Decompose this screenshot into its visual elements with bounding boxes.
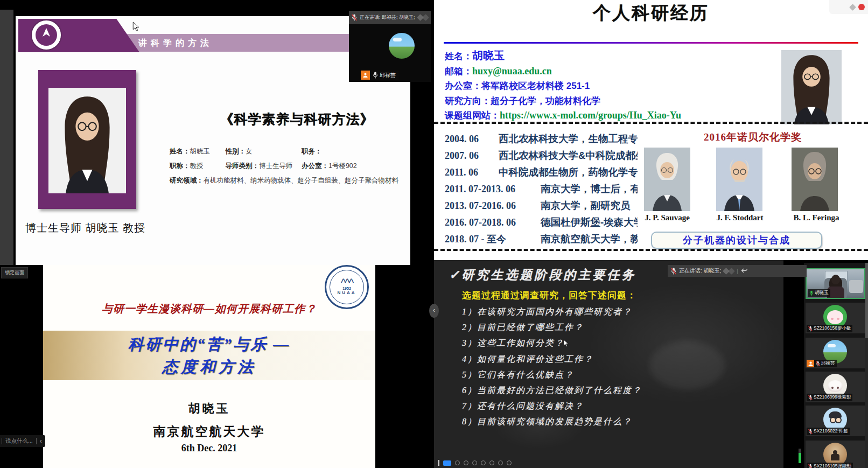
participant-tile-video[interactable]: 胡晓玉 xyxy=(806,268,865,299)
participant-name-label: SZ2106156廖小敏 xyxy=(807,325,852,332)
slide-title: 个人科研经历 xyxy=(434,1,868,25)
speaking-status-bar: 正在讲话: 胡晓玉; | xyxy=(668,265,807,277)
timeline-desc: 南京航空航天大学，教授 xyxy=(541,233,650,245)
floating-toolbar-fragment xyxy=(829,0,868,14)
participant-name-label: SX2106022 许超 xyxy=(807,428,850,435)
label-office: 办公室： xyxy=(302,162,328,170)
group-website-link[interactable]: https://www.x-mol.com/groups/Hu_Xiao-Yu xyxy=(500,110,681,121)
mic-active-icon xyxy=(809,290,814,296)
participant-tile[interactable]: 邱禄芸 xyxy=(806,338,865,368)
meeting-logo-icon xyxy=(849,4,856,11)
timeline-date: 2011. 07-2013. 06 xyxy=(445,181,541,198)
participants-sidebar: 胡晓玉 SZ2106156廖小敏 xyxy=(804,263,868,468)
participant-name-label: SX2106105张能勳 xyxy=(807,463,853,468)
timeline-desc: 西北农林科技大学，生物工程专业 xyxy=(499,133,648,144)
meeting-logo-icon xyxy=(422,14,429,21)
chat-bar-divider xyxy=(36,438,37,444)
participant-name-label: 邱禄芸 xyxy=(361,71,398,80)
value-research-field: 有机功能材料、纳米药物载体、超分子自组装、超分子聚合物材料 xyxy=(204,177,399,184)
timeline-desc: 南京大学，副研究员 xyxy=(541,200,631,211)
pagination-tick xyxy=(438,460,439,466)
sidebar-scrollbar[interactable] xyxy=(865,263,868,468)
participant-name: 胡晓玉 xyxy=(815,290,829,296)
label-supervisor-type: 导师类别： xyxy=(225,162,259,170)
pagination-dot-icon[interactable] xyxy=(507,460,512,465)
value-office: 1号楼902 xyxy=(328,162,357,170)
mic-muted-icon xyxy=(808,395,813,401)
mic-muted-icon xyxy=(816,361,820,367)
pagination-dot-icon[interactable] xyxy=(498,460,503,465)
quadrant-bottom-right: ✓研究生选题阶段的主要任务 选题过程通过调查研究，回答下述问题： 1）在该研究方… xyxy=(434,260,868,468)
nobel-photo-stoddart xyxy=(716,148,762,211)
timeline-desc: 德国杜伊斯堡-埃森大学 xyxy=(541,216,643,228)
timeline-date: 2013. 07-2016. 06 xyxy=(445,198,541,214)
professor-photo-frame xyxy=(38,70,136,209)
board-heading: ✓研究生选题阶段的主要任务 xyxy=(449,267,636,283)
pin-view-tooltip[interactable]: 锁定画面 xyxy=(1,267,28,278)
participant-tile[interactable]: SZ2106156廖小敏 xyxy=(806,303,865,333)
participant-video-tile[interactable]: 邱禄芸 xyxy=(349,24,431,82)
slide-pagination[interactable] xyxy=(438,460,512,466)
photo-caption: 博士生导师 胡晓玉 教授 xyxy=(25,221,145,235)
value-supervisor-type: 博士生导师 xyxy=(259,162,293,170)
chat-input-placeholder[interactable]: 说点什么... xyxy=(5,437,33,445)
pagination-dot-icon[interactable] xyxy=(472,460,477,465)
nobel-photo-feringa xyxy=(792,148,838,211)
return-arrow-icon[interactable] xyxy=(741,268,748,274)
timeline-date: 2004. 06 xyxy=(445,131,499,148)
board-subheading: 选题过程通过调查研究，回答下述问题： xyxy=(462,289,636,302)
field-name: 姓名：胡晓玉 xyxy=(445,48,681,64)
participant-name: SZ2106156廖小敏 xyxy=(814,325,851,332)
email-link[interactable]: huxy@nuaa.edu.cn xyxy=(472,66,552,76)
participant-tile[interactable]: SZ2106099徐紫彭 xyxy=(806,372,865,402)
dashed-divider xyxy=(434,249,868,251)
chat-collapse-chevron-icon[interactable]: ‹ xyxy=(40,437,42,445)
mic-muted-icon xyxy=(808,429,813,435)
pagination-dot-icon[interactable] xyxy=(481,460,486,465)
pagination-dot-icon[interactable] xyxy=(464,460,468,465)
volume-slider-fill xyxy=(799,453,801,463)
field-label: 邮箱： xyxy=(445,66,472,76)
participant-name-label: SZ2106099徐紫彭 xyxy=(807,394,852,401)
floating-video-overlay[interactable]: 正在讲话: 邱禄芸; 胡晓玉; 邱禄芸 xyxy=(349,11,431,82)
meeting-logo-icon xyxy=(728,268,735,275)
label-name: 姓名： xyxy=(170,148,190,155)
timeline-date: 2011. 06 xyxy=(445,164,499,181)
participant-tile[interactable]: SX2106105张能勳 xyxy=(806,441,865,468)
blackboard-slide: ✓研究生选题阶段的主要任务 选题过程通过调查研究，回答下述问题： 1）在该研究方… xyxy=(434,260,783,468)
field-website: 课题组网站：https://www.x-mol.com/groups/Hu_Xi… xyxy=(445,108,681,123)
mic-muted-icon xyxy=(352,14,357,21)
chat-input-bar[interactable]: 说点什么... ‹ xyxy=(0,435,45,447)
quadrant-top-right: 个人科研经历 姓名：胡晓玉 邮箱：huxy@nuaa.edu.cn 办公室：将军… xyxy=(434,0,868,260)
field-value: 将军路校区老材料楼 251-1 xyxy=(481,81,590,91)
board-question: 8）目前该研究领域的发展趋势是什么？ xyxy=(462,416,764,428)
participant-name: SX2106105张能勳 xyxy=(814,463,851,468)
participant-avatar xyxy=(389,33,415,59)
value-title: 教授 xyxy=(190,162,204,170)
pagination-dot-icon[interactable] xyxy=(489,460,494,465)
volume-slider[interactable] xyxy=(799,449,801,463)
participant-name: SX2106022 许超 xyxy=(814,428,848,435)
nobel-name: B. L. Feringa xyxy=(784,213,849,222)
participant-name: 邱禄芸 xyxy=(380,72,396,79)
slide-title: 《科学素养与科研方法》 xyxy=(177,110,417,128)
dashed-divider xyxy=(434,122,868,124)
pagination-dot-icon[interactable] xyxy=(455,460,460,465)
main-title-line1: 科研中的“苦”与乐 — xyxy=(43,334,375,355)
logo-year: 1952 xyxy=(342,287,351,290)
gradient-divider xyxy=(444,42,858,44)
participant-tile[interactable]: SX2106022 许超 xyxy=(806,406,865,436)
mic-muted-icon xyxy=(808,464,813,468)
pagination-current-icon[interactable] xyxy=(443,460,451,466)
professor-photo xyxy=(48,88,126,193)
participant-name-label: 胡晓玉 xyxy=(808,289,830,297)
mic-muted-icon xyxy=(808,326,813,332)
field-value: 超分子化学，功能材料化学 xyxy=(491,96,600,106)
board-question: 4）如何量化和评价这些工作？ xyxy=(462,354,764,365)
label-gender: 性别： xyxy=(225,148,246,155)
bar-divider: | xyxy=(737,268,738,274)
scrollbar-thumb[interactable] xyxy=(865,263,868,338)
board-question: 5）它们各有什么优缺点？ xyxy=(462,369,764,381)
participant-name: 邱禄芸 xyxy=(821,360,835,367)
panel-collapse-chevron[interactable]: ‹ xyxy=(429,304,439,318)
